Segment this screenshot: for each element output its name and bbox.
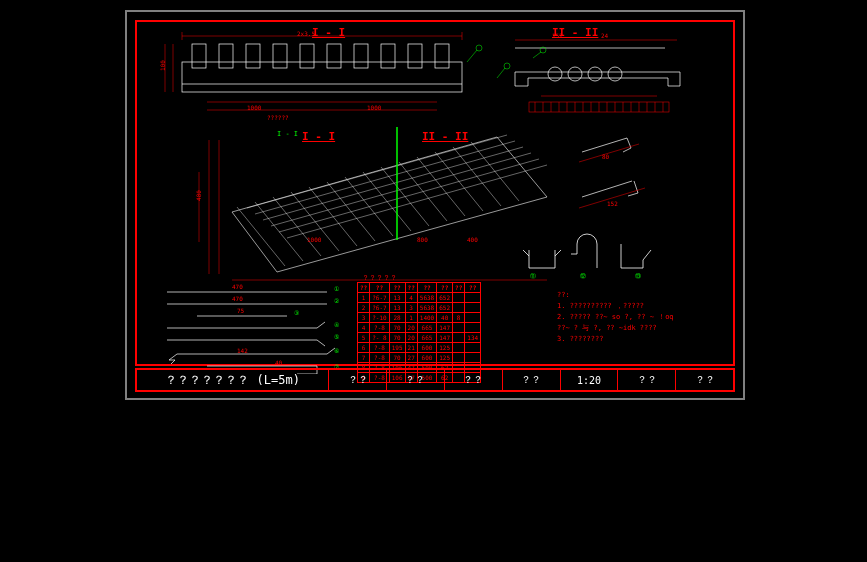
- barlen: 75: [237, 307, 244, 314]
- barlen: 40: [275, 359, 282, 366]
- dim: 1000: [307, 236, 321, 243]
- dim: 80: [602, 153, 609, 160]
- svg-line-55: [345, 177, 393, 236]
- dim: ??????: [267, 114, 289, 121]
- svg-line-47: [279, 159, 539, 232]
- title-c4: ？？: [445, 370, 503, 390]
- svg-line-60: [435, 152, 483, 211]
- svg-rect-4: [246, 44, 260, 68]
- title-block: ？？？？？？？ (L=5m) ？？ ？？ ？？ ？？ 1:20 ？？ ？？: [135, 368, 735, 392]
- svg-point-21: [588, 67, 602, 81]
- note-3: ??~ ? 与 ?, ?? ~idk ????: [557, 323, 674, 334]
- svg-rect-2: [192, 44, 206, 68]
- svg-line-59: [417, 157, 465, 216]
- svg-line-43: [247, 135, 507, 208]
- svg-line-61: [453, 147, 501, 206]
- svg-line-54: [327, 182, 375, 241]
- svg-line-44: [255, 141, 515, 214]
- barlen: 470: [232, 283, 243, 290]
- svg-rect-11: [435, 44, 449, 68]
- title-c2: ？？: [329, 370, 387, 390]
- bar: ⑫: [580, 272, 586, 281]
- table-row: 5?- 87020665147134: [358, 333, 481, 343]
- svg-point-19: [548, 67, 562, 81]
- barlen: 142: [237, 347, 248, 354]
- bar: ④: [334, 321, 339, 328]
- svg-rect-7: [327, 44, 341, 68]
- svg-rect-9: [381, 44, 395, 68]
- note-4: 3. ????????: [557, 334, 674, 345]
- svg-line-56: [363, 172, 411, 231]
- barlen: 470: [232, 295, 243, 302]
- svg-point-22: [608, 67, 622, 81]
- dim: 152: [552, 32, 563, 39]
- title-c5: ？？: [503, 370, 561, 390]
- svg-rect-0: [182, 62, 462, 92]
- note-2: 2. ????? ??~ so ?, ?? ~ ！oq: [557, 312, 674, 323]
- bar: ⑬: [635, 272, 641, 281]
- dim: 1000: [247, 104, 261, 111]
- bar: ⑥: [334, 347, 339, 354]
- dim: 100: [159, 60, 166, 71]
- dim: 2x3.5: [297, 30, 315, 37]
- table-row: 4?-87020665147: [358, 323, 481, 333]
- bar: ③: [294, 309, 299, 316]
- notes-block: ??: 1. ?????????? ，????? 2. ????? ??~ so…: [557, 290, 674, 345]
- table-row: 6?-819521600125: [358, 343, 481, 353]
- svg-line-74: [533, 52, 541, 58]
- cad-frame: I - I II - II I - I II - II I - I: [125, 10, 745, 400]
- svg-line-72: [497, 68, 505, 78]
- title-c7: ？？: [618, 370, 676, 390]
- dim: 24: [601, 32, 608, 39]
- title-c8: ？？: [676, 370, 733, 390]
- svg-rect-6: [300, 44, 314, 68]
- svg-line-58: [399, 162, 447, 221]
- dim: 152: [607, 200, 618, 207]
- svg-line-70: [467, 50, 477, 62]
- svg-point-20: [568, 67, 582, 81]
- table-head-row: ?? ?? ?? ?? ?? ?? ?? ??: [358, 283, 481, 293]
- dim: 800: [417, 236, 428, 243]
- table-row: 2?6-71335638652: [358, 303, 481, 313]
- title-main: ？？？？？？？ (L=5m): [137, 370, 329, 390]
- svg-line-48: [287, 165, 547, 238]
- bar: ⑪: [530, 272, 536, 281]
- bar: ②: [334, 297, 339, 304]
- svg-rect-5: [273, 44, 287, 68]
- note-1: 1. ?????????? ，?????: [557, 301, 674, 312]
- table-row: 3?-102811400408: [358, 313, 481, 323]
- table-row: 1?6-71345638652: [358, 293, 481, 303]
- title-c6: 1:20: [561, 370, 619, 390]
- dim: 1000: [367, 104, 381, 111]
- svg-point-71: [476, 45, 482, 51]
- svg-rect-3: [219, 44, 233, 68]
- svg-line-57: [381, 167, 429, 226]
- bar: ⑤: [334, 333, 339, 340]
- svg-rect-10: [408, 44, 422, 68]
- notes-heading: ??:: [557, 290, 674, 301]
- dim: 480: [195, 190, 202, 201]
- svg-line-62: [471, 142, 519, 201]
- bar: ①: [334, 285, 339, 292]
- dim: 400: [467, 236, 478, 243]
- svg-rect-8: [354, 44, 368, 68]
- svg-point-73: [504, 63, 510, 69]
- table-row: 7?-87027600125: [358, 353, 481, 363]
- drawing-border: I - I II - II I - I II - II I - I: [135, 20, 735, 366]
- title-c3: ？？: [387, 370, 445, 390]
